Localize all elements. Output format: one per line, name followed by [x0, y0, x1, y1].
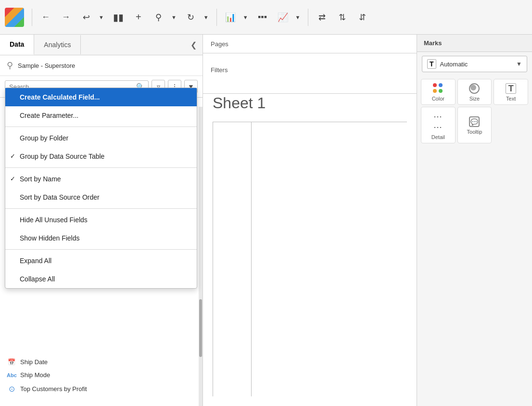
tooltip-label: Tooltip: [467, 129, 482, 135]
field-ship-date[interactable]: 📅 Ship Date: [0, 355, 203, 368]
show-me-dropdown[interactable]: ▼: [240, 9, 251, 26]
left-panel: Data Analytics ❮ ⚲ Sample - Superstore 🔍…: [0, 35, 203, 406]
scroll-thumb[interactable]: [199, 299, 202, 357]
toolbar-divider-2: [216, 9, 217, 26]
marks-type-dropdown[interactable]: T Automatic ▼: [422, 56, 527, 72]
field-name-top-customers: Top Customers by Profit: [20, 385, 87, 393]
field-top-customers[interactable]: ⊙ Top Customers by Profit: [0, 381, 203, 396]
calc-icon: ⊙: [7, 384, 16, 393]
chart-type-group: 📊 ▼: [222, 9, 251, 26]
menu-item-sort-by-order[interactable]: Sort by Data Source Order: [5, 188, 197, 206]
scroll-track: [199, 107, 203, 406]
menu-item-hide-unused[interactable]: Hide All Unused Fields: [5, 211, 197, 229]
app-logo: [5, 8, 24, 27]
chart-extra-group: 📈 ▼: [274, 9, 304, 26]
marks-color-card[interactable]: Color: [421, 79, 456, 105]
datasource-icon: ⚲: [7, 60, 13, 71]
marks-type-icon: T: [427, 59, 436, 69]
toolbar-divider-1: [32, 9, 32, 26]
marks-detail-card[interactable]: ⋯⋯ Detail: [421, 107, 456, 143]
menu-item-sort-by-name[interactable]: Sort by Name: [5, 170, 197, 188]
tab-analytics[interactable]: Analytics: [34, 35, 81, 54]
marks-text-card[interactable]: T Text: [494, 79, 528, 105]
datasource-name: Sample - Superstore: [18, 62, 75, 69]
filters-overlay-label: Filters: [211, 66, 228, 74]
save-button[interactable]: ▮▮: [110, 9, 127, 26]
canvas-row-header: [213, 122, 252, 396]
undo-button[interactable]: ↩: [77, 9, 95, 26]
dropdown-menu: Create Calculated Field... Create Parame…: [5, 88, 197, 289]
datasource-group: ⚲ ▼: [150, 9, 179, 26]
field-name-ship-date: Ship Date: [20, 358, 48, 366]
date-icon: 📅: [7, 358, 16, 366]
menu-item-group-by-folder[interactable]: Group by Folder: [5, 129, 197, 147]
data-source-row: ⚲ Sample - Superstore: [0, 55, 203, 76]
undo-group: ↩ ▼: [77, 9, 107, 26]
menu-item-collapse-all[interactable]: Collapse All: [5, 270, 197, 288]
refresh-button[interactable]: ↻: [182, 9, 200, 26]
marks-grid: Color Size T Text ⋯⋯: [417, 76, 532, 146]
menu-item-create-parameter[interactable]: Create Parameter...: [5, 106, 197, 125]
filters-overlay: Filters: [203, 55, 417, 94]
refresh-group: ↻ ▼: [182, 9, 212, 26]
size-icon: [469, 83, 480, 94]
canvas-main: [252, 122, 407, 396]
abc-icon: Abc: [7, 372, 16, 378]
text-icon: T: [506, 83, 516, 94]
color-icon: [433, 83, 443, 94]
field-name-ship-mode: Ship Mode: [20, 371, 50, 379]
toolbar: ← → ↩ ▼ ▮▮ + ⚲ ▼ ↻ ▼ 📊 ▼ ▪▪▪ 📈 ▼ ⇄ ⇅ ⇵: [0, 0, 532, 35]
panel-tabs: Data Analytics ❮: [0, 35, 203, 55]
fields-list: 📅 Ship Date Abc Ship Mode ⊙ Top Customer…: [0, 353, 203, 406]
marks-tooltip-card[interactable]: 💬 Tooltip: [457, 107, 492, 143]
detail-icon: ⋯⋯: [433, 111, 443, 132]
datasource-button[interactable]: ⚲: [150, 9, 167, 26]
tooltip-icon: 💬: [469, 116, 480, 127]
add-datasource-button[interactable]: +: [130, 9, 147, 26]
forward-button[interactable]: →: [57, 9, 75, 26]
toolbar-divider-3: [308, 9, 308, 26]
sort-desc-button[interactable]: ⇵: [354, 9, 371, 26]
show-me-button[interactable]: 📊: [222, 9, 239, 26]
swap-button[interactable]: ⇄: [313, 9, 330, 26]
marks-dropdown-arrow-icon: ▼: [516, 61, 522, 67]
field-ship-mode[interactable]: Abc Ship Mode: [0, 368, 203, 381]
menu-separator-1: [5, 127, 197, 127]
menu-item-show-hidden[interactable]: Show Hidden Fields: [5, 229, 197, 247]
tab-data[interactable]: Data: [0, 35, 34, 55]
menu-item-expand-all[interactable]: Expand All: [5, 252, 197, 270]
chart-extra-dropdown[interactable]: ▼: [292, 9, 304, 26]
menu-separator-2: [5, 167, 197, 168]
pages-overlay: Pages: [203, 35, 417, 53]
color-label: Color: [432, 96, 444, 102]
marks-header: Marks: [417, 35, 532, 52]
detail-label: Detail: [431, 134, 445, 140]
chart-extra-button[interactable]: 📈: [274, 9, 291, 26]
undo-dropdown[interactable]: ▼: [96, 9, 107, 26]
chart-bar-button[interactable]: ▪▪▪: [254, 9, 271, 26]
text-label: Text: [506, 96, 516, 102]
menu-separator-3: [5, 208, 197, 209]
marks-panel: Marks T Automatic ▼ Color: [417, 35, 532, 406]
sheet-title: Sheet 1: [213, 94, 407, 112]
panel-close-button[interactable]: ❮: [185, 37, 203, 53]
marks-size-card[interactable]: Size: [457, 79, 492, 105]
refresh-dropdown[interactable]: ▼: [201, 9, 212, 26]
menu-item-group-by-datasource[interactable]: Group by Data Source Table: [5, 147, 197, 165]
pages-overlay-label: Pages: [211, 40, 228, 48]
canvas-area: Sheet 1: [203, 85, 417, 406]
canvas-grid: [213, 122, 407, 396]
menu-separator-4: [5, 249, 197, 250]
size-label: Size: [469, 96, 480, 102]
menu-item-create-calculated-field[interactable]: Create Calculated Field...: [5, 88, 197, 106]
marks-type-value: Automatic: [440, 61, 513, 68]
datasource-dropdown[interactable]: ▼: [168, 9, 179, 26]
sort-asc-button[interactable]: ⇅: [333, 9, 351, 26]
back-button[interactable]: ←: [37, 9, 54, 26]
